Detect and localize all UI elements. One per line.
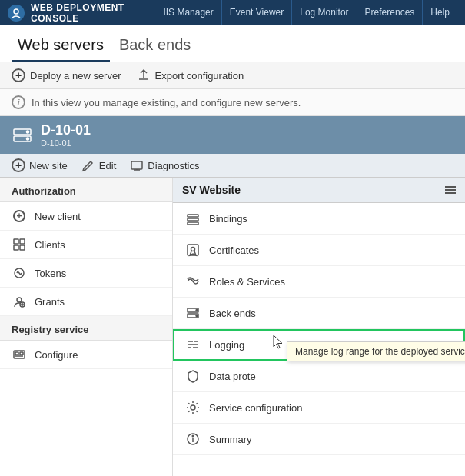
right-panel-item-roles-services[interactable]: Roles & Services xyxy=(173,266,465,298)
certificates-icon xyxy=(184,241,201,258)
clients-icon xyxy=(12,237,27,252)
configure-icon xyxy=(12,347,27,362)
svg-rect-5 xyxy=(131,161,142,169)
hamburger-menu-button[interactable] xyxy=(445,185,456,195)
new-site-plus-icon: + xyxy=(12,158,25,172)
svg-rect-8 xyxy=(14,245,18,250)
new-client-label: New client xyxy=(35,211,81,222)
server-actions: + New site Edit Diagnostics xyxy=(0,154,465,178)
certificates-label: Certificates xyxy=(209,245,259,256)
toolbar: + Deploy a new server Export configurati… xyxy=(0,62,465,89)
info-bar: i In this view you manage existing, and … xyxy=(0,89,465,116)
svg-rect-17 xyxy=(188,215,198,217)
svg-point-0 xyxy=(14,9,18,14)
main-tabs: Web servers Back ends xyxy=(0,25,465,62)
export-configuration-button[interactable]: Export configuration xyxy=(137,68,244,82)
data-protection-label: Data prote xyxy=(209,371,256,382)
svg-rect-6 xyxy=(14,239,18,244)
tab-back-ends[interactable]: Back ends xyxy=(113,33,197,62)
right-panel-item-certificates[interactable]: Certificates xyxy=(173,235,465,266)
right-panel-item-service-config[interactable]: Service configuration xyxy=(173,392,465,424)
diagnostics-button[interactable]: Diagnostics xyxy=(130,158,199,172)
svg-point-31 xyxy=(191,405,195,410)
service-config-label: Service configuration xyxy=(209,402,302,414)
server-info: D-10-01 D-10-01 xyxy=(41,122,91,148)
edit-button[interactable]: Edit xyxy=(81,158,116,172)
new-client-icon: + xyxy=(12,208,27,224)
nav-preferences[interactable]: Preferences xyxy=(357,0,423,25)
svg-rect-9 xyxy=(20,245,25,250)
svg-rect-15 xyxy=(20,352,23,355)
svg-rect-18 xyxy=(188,218,198,221)
roles-services-label: Roles & Services xyxy=(209,276,285,288)
app-logo xyxy=(8,5,25,22)
left-panel: Authorization + New client Clients xyxy=(0,178,173,476)
panel-item-clients[interactable]: Clients xyxy=(0,231,172,259)
clients-label: Clients xyxy=(35,239,65,251)
backends-label: Back ends xyxy=(209,308,256,319)
nav-event-viewer[interactable]: Event Viewer xyxy=(222,0,292,25)
right-panel-item-bindings[interactable]: Bindings xyxy=(173,203,465,235)
app-name: WEB DEPLOYMENT CONSOLE xyxy=(31,2,155,24)
export-icon xyxy=(137,68,151,82)
titlebar-nav: IIS Manager Event Viewer Log Monitor Pre… xyxy=(155,0,457,25)
info-message: In this view you manage existing, and co… xyxy=(32,97,301,108)
summary-label: Summary xyxy=(209,434,252,445)
tab-web-servers[interactable]: Web servers xyxy=(12,33,110,62)
svg-point-11 xyxy=(17,298,22,302)
svg-rect-14 xyxy=(15,352,18,355)
diagnostics-icon xyxy=(130,158,144,172)
new-site-button[interactable]: + New site xyxy=(12,158,68,172)
deploy-new-server-button[interactable]: + Deploy a new server xyxy=(12,68,121,82)
panel-item-grants[interactable]: Grants xyxy=(0,288,172,316)
grants-icon xyxy=(12,294,27,309)
summary-icon xyxy=(184,431,201,448)
sv-website-title: SV Website xyxy=(182,184,241,196)
svg-point-3 xyxy=(27,131,29,133)
svg-point-4 xyxy=(27,138,29,140)
registry-section-title: Registry service xyxy=(0,316,172,341)
right-panel-item-data-protection[interactable]: Data prote xyxy=(173,361,465,392)
server-item[interactable]: D-10-01 D-10-01 xyxy=(0,116,465,154)
svg-point-21 xyxy=(191,248,195,251)
roles-services-icon xyxy=(184,273,201,290)
info-icon: i xyxy=(12,95,25,109)
svg-point-25 xyxy=(196,315,198,317)
right-panel-item-backends[interactable]: Back ends xyxy=(173,298,465,329)
bindings-label: Bindings xyxy=(209,213,247,225)
right-panel-item-summary[interactable]: Summary xyxy=(173,424,465,455)
server-icon xyxy=(12,125,33,146)
configure-label: Configure xyxy=(35,349,78,361)
edit-label: Edit xyxy=(99,160,116,171)
right-panel: SV Website Bindings xyxy=(173,178,465,476)
grants-label: Grants xyxy=(35,296,65,308)
diagnostics-label: Diagnostics xyxy=(148,160,199,171)
nav-help[interactable]: Help xyxy=(423,0,457,25)
hamburger-icon xyxy=(445,186,456,194)
server-name: D-10-01 xyxy=(41,122,91,138)
logging-label: Logging xyxy=(209,339,244,351)
svg-rect-19 xyxy=(188,222,198,225)
panel-item-configure[interactable]: Configure xyxy=(0,341,172,369)
svg-point-34 xyxy=(192,435,194,437)
server-sub: D-10-01 xyxy=(41,138,91,148)
tokens-label: Tokens xyxy=(35,268,66,279)
data-protection-icon xyxy=(184,368,201,384)
panel-item-tokens[interactable]: Tokens xyxy=(0,259,172,288)
authorization-section-title: Authorization xyxy=(0,178,172,202)
backends-icon xyxy=(184,305,201,321)
svg-rect-7 xyxy=(20,239,25,244)
logging-icon xyxy=(184,336,201,353)
right-panel-header: SV Website xyxy=(173,178,465,203)
service-config-icon xyxy=(184,399,201,416)
panel-item-new-client[interactable]: + New client xyxy=(0,202,172,231)
svg-point-24 xyxy=(196,310,198,311)
new-site-label: New site xyxy=(29,160,68,171)
content-area: Authorization + New client Clients xyxy=(0,178,465,476)
titlebar: WEB DEPLOYMENT CONSOLE IIS Manager Event… xyxy=(0,0,465,25)
bindings-icon xyxy=(184,210,201,227)
logging-tooltip: Manage log range for the deployed servic… xyxy=(287,341,465,361)
tokens-icon xyxy=(12,265,27,281)
nav-iis-manager[interactable]: IIS Manager xyxy=(155,0,221,25)
nav-log-monitor[interactable]: Log Monitor xyxy=(292,0,357,25)
